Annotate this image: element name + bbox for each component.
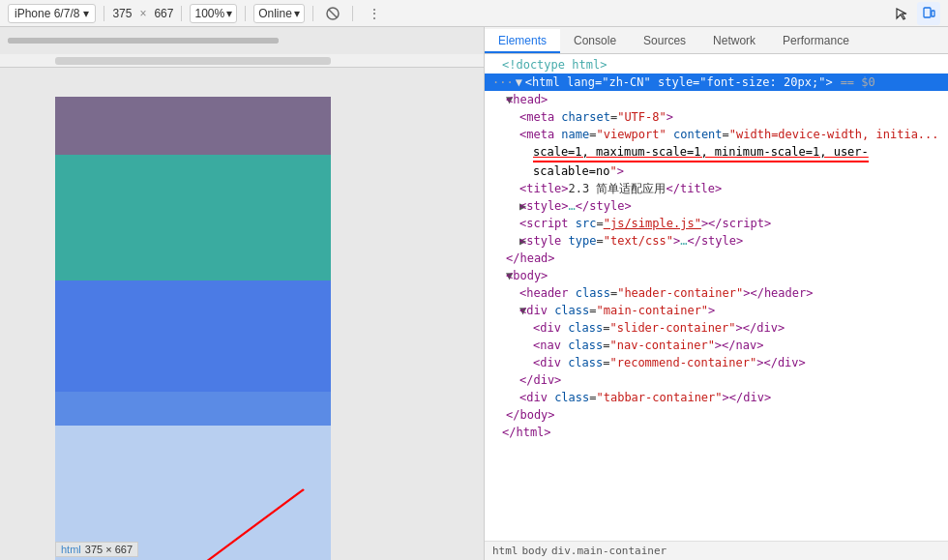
screen-section-teal <box>55 155 331 280</box>
code-line-slider[interactable]: <div class = "slider-container" ></div> <box>485 319 948 337</box>
device-name: iPhone 6/7/8 <box>15 7 79 20</box>
dim-tag: html <box>61 544 81 555</box>
tab-sources[interactable]: Sources <box>630 29 699 53</box>
breadcrumb-div[interactable]: div.main-container <box>551 545 667 557</box>
devtools-icons <box>890 2 940 25</box>
screen-section-pale-blue <box>55 426 331 560</box>
svg-rect-3 <box>932 11 934 16</box>
device-height: 667 <box>154 7 173 20</box>
code-line-main-div[interactable]: ▼ <div class = "main-container" > <box>485 302 948 319</box>
network-selector[interactable]: Online ▾ <box>253 4 305 23</box>
top-toolbar: iPhone 6/7/8 ▾ 375 × 667 100% ▾ Online ▾… <box>0 0 948 27</box>
code-line-tabbar[interactable]: <div class = "tabbar-container" ></div> <box>485 389 948 406</box>
code-line-style1[interactable]: ▶ <style> … </style> <box>485 197 948 215</box>
code-line-scale: scale=1, maximum-scale=1, minimum-scale=… <box>485 143 948 162</box>
device-width: 375 <box>112 7 132 20</box>
device-preview: html 375 × 667 <box>0 27 484 560</box>
code-line-recommend[interactable]: <div class = "recommend-container" ></di… <box>485 354 948 371</box>
code-line-close-html[interactable]: </html> <box>485 424 948 441</box>
breadcrumb-html[interactable]: html <box>492 545 518 557</box>
code-line-close-maindiv[interactable]: </div> <box>485 371 948 389</box>
svg-line-1 <box>329 10 337 17</box>
chevron-down-icon2: ▾ <box>226 7 232 20</box>
separator2 <box>181 6 182 21</box>
breadcrumb-body[interactable]: body <box>522 545 548 557</box>
code-line-close-body[interactable]: </body> <box>485 406 948 424</box>
zoom-value: 100% <box>194 7 224 20</box>
code-line-header[interactable]: <header class = "header-container" ></he… <box>485 284 948 302</box>
svg-rect-2 <box>924 8 931 17</box>
code-line-body[interactable]: ▼ <body> <box>485 267 948 284</box>
tab-network[interactable]: Network <box>699 29 769 53</box>
inspect-element-icon[interactable] <box>890 2 913 25</box>
main-layout: html 375 × 667 Elements Console Sources … <box>0 27 948 560</box>
separator5 <box>352 6 353 21</box>
zoom-selector[interactable]: 100% ▾ <box>190 4 237 23</box>
code-line-head[interactable]: ▼ <head> <box>485 91 948 108</box>
code-area[interactable]: <!doctype html> ··· ▼ < html lang= "zh-C… <box>485 54 948 541</box>
device-selector[interactable]: iPhone 6/7/8 ▾ <box>8 4 96 23</box>
code-line-html[interactable]: ··· ▼ < html lang= "zh-CN" style= "font-… <box>485 74 948 91</box>
devtools-panel: Elements Console Sources Network Perform… <box>484 27 948 560</box>
screen-header <box>55 97 331 155</box>
no-throttle-icon[interactable] <box>321 2 344 25</box>
code-line-scale2: scalable=no " > <box>485 162 948 180</box>
tab-elements[interactable]: Elements <box>485 29 560 53</box>
code-line-meta-charset[interactable]: <meta charset = "UTF-8" > <box>485 108 948 126</box>
code-line-script[interactable]: <script src = "js/simple.js" ></script> <box>485 215 948 232</box>
devtools-breadcrumb: html body div.main-container <box>485 541 948 560</box>
code-line-title[interactable]: <title> 2.3 简单适配应用 </title> <box>485 180 948 197</box>
code-line-style2[interactable]: ▶ <style type = "text/css" > … </style> <box>485 232 948 250</box>
screen-content <box>55 97 331 560</box>
code-line-nav[interactable]: <nav class = "nav-container" ></nav> <box>485 337 948 354</box>
device-screen <box>55 97 331 560</box>
code-line-doctype: <!doctype html> <box>485 56 948 74</box>
separator <box>104 6 104 21</box>
more-options-icon[interactable]: ⋮ <box>363 2 386 25</box>
tab-console[interactable]: Console <box>560 29 630 53</box>
close-icon: × <box>139 7 146 20</box>
devtools-tabs: Elements Console Sources Network Perform… <box>485 27 948 54</box>
network-value: Online <box>258 7 292 20</box>
code-line-meta-viewport[interactable]: <meta name = "viewport" content = "width… <box>485 126 948 143</box>
device-mode-icon[interactable] <box>917 2 940 25</box>
separator3 <box>245 6 246 21</box>
code-line-close-head[interactable]: </head> <box>485 250 948 267</box>
chevron-down-icon3: ▾ <box>294 7 300 20</box>
dimension-label: html 375 × 667 <box>55 542 138 557</box>
chevron-down-icon: ▾ <box>83 7 89 20</box>
dim-size: 375 × 667 <box>85 544 133 555</box>
screen-section-blue <box>55 280 331 392</box>
screen-section-light-blue <box>55 392 331 426</box>
svg-line-4 <box>159 489 304 560</box>
separator4 <box>312 6 313 21</box>
tab-performance[interactable]: Performance <box>769 29 863 53</box>
